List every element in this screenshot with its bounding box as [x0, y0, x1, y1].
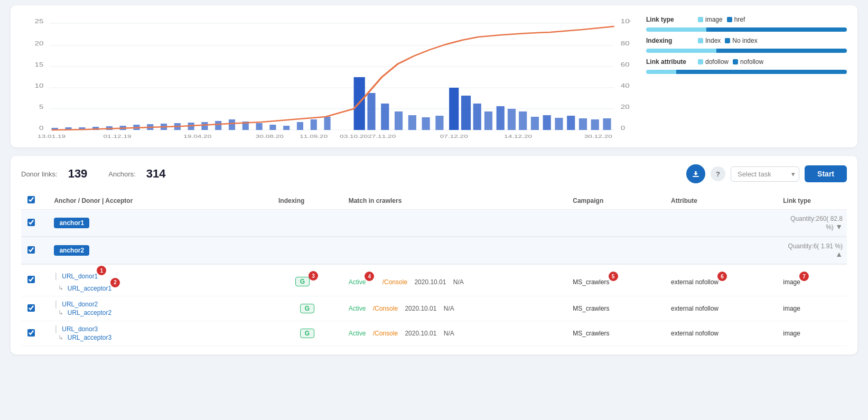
svg-text:0: 0	[621, 125, 625, 132]
linktype-text: image	[783, 278, 800, 286]
campaign-cell: MS_crawlers	[566, 321, 665, 346]
attribute-cell: external nofollow	[665, 321, 777, 346]
svg-rect-35	[283, 126, 290, 130]
donor-info: Donor links: 139 Anchors: 314	[21, 167, 680, 181]
indexing-badge: G	[295, 277, 310, 286]
date-text: 2020.10.01	[405, 305, 436, 312]
anchor-tag: anchor2	[54, 245, 89, 256]
no-index-dot	[725, 38, 730, 43]
row-checkbox[interactable]	[27, 304, 35, 312]
table-row: │ URL_donor11 ↳ URL_acceptor12 G3 Active…	[21, 264, 847, 296]
nofollow-item: nofollow	[733, 58, 763, 66]
svg-rect-52	[519, 111, 527, 130]
acceptor-link[interactable]: URL_acceptor1	[68, 284, 111, 292]
group-checkbox[interactable]	[27, 219, 35, 226]
dofollow-label: dofollow	[705, 58, 729, 66]
no-index-label: No index	[732, 37, 757, 44]
svg-rect-56	[567, 116, 575, 130]
expand-button[interactable]: ▲	[835, 250, 843, 258]
anchors-count: 314	[146, 167, 166, 181]
svg-rect-42	[395, 111, 403, 130]
crawlers-cell: Active /Console 2020.10.01 N/A	[342, 296, 567, 321]
attribute-text: external nofollow	[671, 305, 718, 312]
badge-3: 3	[309, 271, 318, 281]
select-all-checkbox[interactable]	[27, 196, 35, 203]
svg-rect-34	[269, 125, 276, 130]
link-attr-legend: Link attribute dofollow nofollow	[646, 58, 847, 66]
donor-link[interactable]: URL_donor2	[62, 301, 98, 308]
linktype-cell: image	[777, 321, 847, 346]
image-dot	[698, 17, 703, 22]
status-text: Active	[349, 305, 366, 312]
acceptor-link[interactable]: URL_acceptor2	[68, 309, 111, 316]
row-checkbox-cell	[21, 264, 48, 296]
linktype-cell: image	[777, 296, 847, 321]
start-button[interactable]: Start	[805, 165, 847, 182]
index-item: Index	[698, 37, 721, 44]
download-button[interactable]	[686, 164, 705, 183]
svg-text:80: 80	[621, 41, 630, 47]
date-text: 2020.10.01	[414, 278, 446, 286]
svg-rect-31	[229, 119, 235, 130]
bar-line-chart: 25 20 15 10 5 0 100 80 60 40 20 0	[21, 14, 630, 142]
console-link[interactable]: /Console	[373, 330, 398, 337]
table-section: Donor links: 139 Anchors: 314 ? Sele	[11, 156, 857, 354]
svg-text:30.08.20: 30.08.20	[256, 134, 284, 138]
svg-rect-54	[543, 115, 551, 130]
acceptor-link[interactable]: URL_acceptor3	[68, 334, 111, 341]
help-button[interactable]: ?	[711, 166, 725, 181]
row-checkbox[interactable]	[27, 276, 35, 283]
row-checkbox-cell	[21, 321, 48, 346]
attribute-cell: external nofollow6	[665, 264, 777, 296]
url-acceptor-row: ↳ URL_acceptor12	[54, 281, 266, 292]
svg-text:14.12.20: 14.12.20	[504, 134, 532, 138]
link-attr-label: Link attribute	[646, 58, 694, 66]
linktype-text: image	[783, 330, 800, 337]
svg-rect-50	[497, 106, 505, 130]
console-link[interactable]: /Console	[382, 278, 407, 286]
col-header-linktype: Link type	[777, 192, 847, 210]
table-body: anchor1 Quantity:260( 82.8 %) ▼ anchor2 …	[21, 210, 847, 346]
index-label: Index	[705, 37, 721, 44]
nofollow-label: nofollow	[740, 58, 763, 66]
svg-rect-46	[449, 88, 459, 130]
indexing-cell: G	[272, 321, 342, 346]
quantity-label: Quantity:6( 1.91 %)	[788, 242, 843, 250]
group-checkbox-cell	[21, 237, 48, 264]
indexing-bar	[646, 49, 847, 53]
donor-link[interactable]: URL_donor3	[62, 325, 98, 333]
donor-link[interactable]: URL_donor1	[62, 273, 98, 280]
href-dot	[727, 17, 732, 22]
svg-rect-40	[367, 93, 375, 130]
table-column-headers: Anchor / Donor | Acceptor Indexing Match…	[21, 192, 847, 210]
console-link[interactable]: /Console	[373, 305, 398, 312]
svg-text:25: 25	[35, 18, 44, 25]
legend-panel: Link type image href	[646, 14, 847, 142]
header-checkbox-cell	[21, 192, 48, 210]
url-pair: │ URL_donor3 ↳ URL_acceptor3	[54, 325, 266, 341]
expand-button[interactable]: ▼	[835, 222, 843, 231]
col-header-anchor: Anchor / Donor | Acceptor	[48, 192, 272, 210]
col-header-crawlers: Match in crawlers	[342, 192, 567, 210]
svg-rect-55	[555, 118, 563, 130]
anchor-tag: anchor1	[54, 218, 89, 228]
group-checkbox[interactable]	[27, 246, 35, 254]
group-row: anchor2 Quantity:6( 1.91 %) ▲	[21, 237, 847, 264]
status-text: Active	[349, 330, 366, 337]
svg-text:27.11.20: 27.11.20	[368, 134, 396, 138]
link-attr-bar	[646, 70, 847, 74]
url-donor: │ URL_donor3	[54, 325, 266, 333]
svg-text:03.10.20: 03.10.20	[340, 134, 368, 138]
link-type-href: href	[727, 16, 745, 23]
attribute-text: external nofollow	[671, 330, 718, 337]
main-table: Anchor / Donor | Acceptor Indexing Match…	[21, 192, 847, 346]
row-checkbox[interactable]	[27, 329, 35, 337]
select-task-dropdown[interactable]: Select task	[731, 166, 799, 182]
badge-5: 5	[609, 272, 618, 281]
svg-rect-51	[508, 109, 516, 130]
link-type-image: image	[698, 16, 723, 23]
url-cell: │ URL_donor3 ↳ URL_acceptor3	[48, 321, 272, 346]
badge-1: 1	[97, 266, 106, 275]
badge-2: 2	[110, 278, 120, 287]
col-header-campaign: Campaign	[566, 192, 665, 210]
